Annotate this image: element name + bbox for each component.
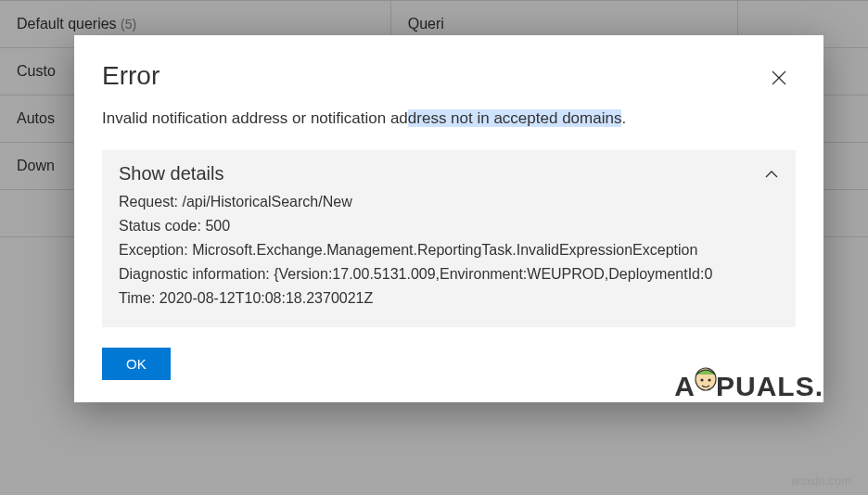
detail-label: Diagnostic information: (119, 266, 270, 282)
details-toggle[interactable]: Show details (119, 163, 779, 190)
detail-time: Time: 2020-08-12T10:08:18.2370021Z (119, 286, 779, 311)
message-highlight: dress not in accepted domains (408, 109, 622, 127)
detail-label: Status code: (119, 218, 201, 234)
detail-value: {Version:17.00.5131.009,Environment:WEUP… (274, 266, 712, 282)
details-body: Request: /api/HistoricalSearch/New Statu… (119, 190, 779, 311)
close-button[interactable] (762, 61, 796, 95)
detail-value: 500 (205, 218, 230, 234)
detail-label: Exception: (119, 242, 188, 258)
close-icon (772, 70, 786, 85)
dialog-message: Invalid notification address or notifica… (102, 109, 796, 128)
detail-value: /api/HistoricalSearch/New (183, 194, 352, 209)
detail-request: Request: /api/HistoricalSearch/New (119, 190, 779, 214)
ok-button[interactable]: OK (102, 348, 171, 380)
dialog-actions: OK (102, 348, 796, 380)
detail-exception: Exception: Microsoft.Exchange.Management… (119, 238, 779, 262)
message-text: Invalid notification address or notifica… (102, 109, 408, 127)
details-label: Show details (119, 163, 223, 184)
detail-value: 2020-08-12T10:08:18.2370021Z (160, 290, 373, 306)
detail-diagnostic: Diagnostic information: {Version:17.00.5… (119, 262, 779, 286)
detail-status: Status code: 500 (119, 214, 779, 238)
message-post: . (621, 109, 626, 127)
detail-label: Time: (119, 290, 155, 306)
details-panel: Show details Request: /api/HistoricalSea… (102, 150, 796, 327)
detail-label: Request: (119, 194, 178, 209)
error-dialog: Error Invalid notification address or no… (74, 35, 823, 402)
chevron-up-icon (764, 167, 779, 182)
watermark-text: wsxdn.com (791, 475, 851, 488)
detail-value: Microsoft.Exchange.Management.ReportingT… (192, 242, 697, 258)
dialog-title: Error (102, 61, 160, 91)
